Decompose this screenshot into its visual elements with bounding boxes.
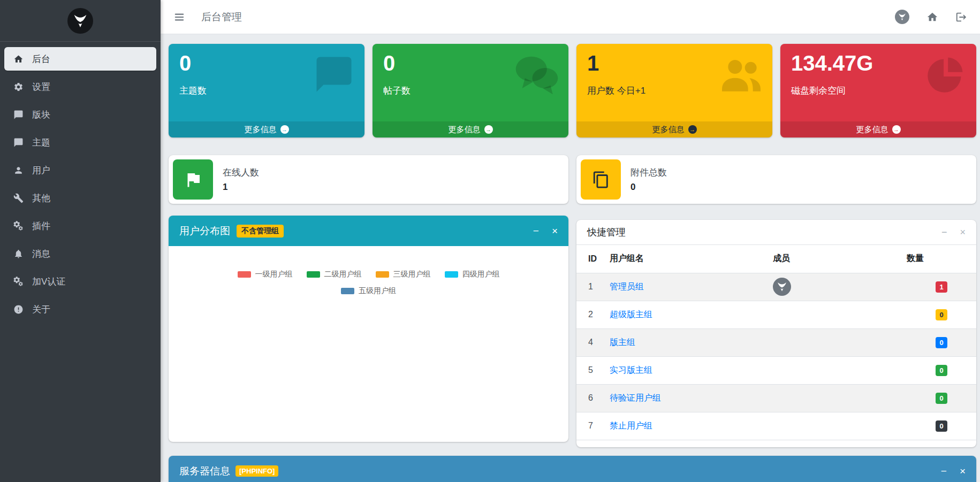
sidebar-item-plugins[interactable]: 插件 bbox=[4, 214, 156, 238]
sidebar-item-label: 插件 bbox=[32, 220, 50, 232]
sidebar-item-label: 其他 bbox=[32, 192, 50, 204]
topbar: 后台管理 bbox=[161, 0, 980, 34]
column-header-count: 数量 bbox=[907, 245, 976, 273]
menu-toggle-button[interactable] bbox=[173, 11, 185, 23]
count-badge: 1 bbox=[936, 281, 947, 293]
column-header-name: 用户组名 bbox=[610, 245, 773, 273]
group-link[interactable]: 实习版主组 bbox=[610, 365, 652, 374]
more-info-link[interactable]: 更多信息 → bbox=[169, 121, 364, 137]
table-row: 4 版主组 0 bbox=[576, 328, 976, 356]
arrow-circle-right-icon: → bbox=[280, 125, 289, 134]
member-avatar[interactable] bbox=[773, 278, 791, 296]
sidebar-item-settings[interactable]: 设置 bbox=[4, 75, 156, 98]
legend-item[interactable]: 三级用户组 bbox=[376, 270, 431, 279]
legend-item[interactable]: 一级用户组 bbox=[238, 270, 293, 279]
chart-legend-row-2: 五级用户组 bbox=[169, 286, 568, 296]
table-header-row: ID 用户组名 成员 数量 bbox=[576, 245, 976, 273]
phpinfo-link[interactable]: [PHPINFO] bbox=[235, 465, 278, 477]
stat-box-disk: 134.47G 磁盘剩余空间 更多信息 → bbox=[780, 44, 976, 137]
group-link[interactable]: 禁止用户组 bbox=[610, 421, 652, 430]
main-area: 后台管理 0 主题数 更多信息 → 0 bbox=[161, 0, 980, 482]
flag-icon bbox=[173, 159, 213, 200]
group-id: 4 bbox=[576, 328, 610, 356]
group-link[interactable]: 超级版主组 bbox=[610, 310, 652, 319]
brand bbox=[0, 0, 161, 42]
user-avatar[interactable] bbox=[895, 10, 909, 24]
fox-logo-icon bbox=[67, 8, 93, 34]
more-info-link[interactable]: 更多信息 → bbox=[780, 121, 976, 137]
stat-value: 0 bbox=[383, 50, 558, 76]
panel-header: 快捷管理 − × bbox=[576, 220, 976, 245]
sidebar-item-messages[interactable]: 消息 bbox=[4, 242, 156, 265]
stat-label: 用户数 今日+1 bbox=[587, 85, 762, 97]
table-row: 2 超级版主组 0 bbox=[576, 301, 976, 328]
legend-item[interactable]: 四级用户组 bbox=[445, 270, 500, 279]
info-label: 在线人数 bbox=[223, 166, 259, 179]
panel-title: 服务器信息 bbox=[179, 464, 230, 478]
sidebar-item-about[interactable]: 关于 bbox=[4, 297, 156, 321]
comment-icon bbox=[12, 137, 25, 148]
group-link[interactable]: 管理员组 bbox=[610, 282, 644, 291]
user-distribution-panel: 用户分布图 不含管理组 − × 一级用户组 bbox=[169, 216, 568, 442]
minimize-icon[interactable]: − bbox=[533, 226, 539, 236]
stat-box-threads: 0 主题数 更多信息 → bbox=[169, 44, 364, 137]
stat-box-users: 1 用户数 今日+1 更多信息 → bbox=[576, 44, 772, 137]
stat-label: 帖子数 bbox=[383, 85, 558, 97]
legend-swatch bbox=[341, 288, 354, 294]
more-info-link[interactable]: 更多信息 → bbox=[373, 121, 568, 137]
sidebar-item-label: 设置 bbox=[32, 81, 50, 93]
panel-title: 快捷管理 bbox=[587, 226, 626, 239]
user-groups-table: ID 用户组名 成员 数量 1 管理员组 1 bbox=[576, 245, 976, 440]
topbar-actions bbox=[895, 10, 967, 24]
bell-icon bbox=[12, 249, 25, 259]
legend-swatch bbox=[445, 271, 458, 278]
group-link[interactable]: 版主组 bbox=[610, 338, 635, 347]
more-info-link[interactable]: 更多信息 → bbox=[576, 121, 772, 137]
panels-row: 用户分布图 不含管理组 − × 一级用户组 bbox=[169, 216, 976, 447]
sidebar-item-forums[interactable]: 版块 bbox=[4, 103, 156, 126]
sidebar-item-verify[interactable]: 加V认证 bbox=[4, 270, 156, 293]
minimize-icon[interactable]: − bbox=[941, 227, 947, 237]
sidebar-item-other[interactable]: 其他 bbox=[4, 186, 156, 210]
exclamation-circle-icon bbox=[12, 304, 25, 315]
stat-label: 磁盘剩余空间 bbox=[791, 85, 966, 97]
table-row: 5 实习版主组 0 bbox=[576, 356, 976, 384]
minimize-icon[interactable]: − bbox=[941, 466, 947, 476]
column-header-member: 成员 bbox=[773, 245, 907, 273]
info-value: 0 bbox=[630, 182, 667, 193]
group-id: 2 bbox=[576, 301, 610, 328]
sidebar-item-label: 加V认证 bbox=[32, 276, 65, 288]
user-icon bbox=[12, 165, 25, 175]
stat-value: 1 bbox=[587, 50, 762, 76]
page-title: 后台管理 bbox=[201, 10, 242, 24]
panel-header: 服务器信息 [PHPINFO] − × bbox=[169, 456, 976, 482]
info-box-attachments: 附件总数 0 bbox=[576, 155, 976, 204]
info-value: 1 bbox=[223, 182, 259, 193]
sign-out-icon[interactable] bbox=[955, 11, 967, 23]
sidebar-item-users[interactable]: 用户 bbox=[4, 158, 156, 182]
info-label: 附件总数 bbox=[630, 166, 667, 179]
group-link[interactable]: 待验证用户组 bbox=[610, 393, 661, 402]
sidebar-item-dashboard[interactable]: 后台 bbox=[4, 47, 156, 71]
table-row: 6 待验证用户组 0 bbox=[576, 384, 976, 412]
sidebar-item-label: 用户 bbox=[32, 164, 50, 177]
table-row: 1 管理员组 1 bbox=[576, 273, 976, 301]
table-row: 7 禁止用户组 0 bbox=[576, 412, 976, 440]
arrow-circle-right-icon: → bbox=[688, 125, 697, 134]
home-icon[interactable] bbox=[926, 11, 938, 23]
sidebar-item-threads[interactable]: 主题 bbox=[4, 131, 156, 154]
close-icon[interactable]: × bbox=[960, 227, 966, 237]
stat-value: 134.47G bbox=[791, 50, 966, 76]
count-badge: 0 bbox=[936, 365, 947, 376]
group-id: 5 bbox=[576, 356, 610, 384]
close-icon[interactable]: × bbox=[552, 226, 558, 236]
sidebar: 后台 设置 版块 主题 用户 其他 插件 消息 bbox=[0, 0, 161, 482]
panel-badge: 不含管理组 bbox=[237, 225, 284, 238]
cogs-icon bbox=[12, 277, 25, 287]
legend-item[interactable]: 二级用户组 bbox=[307, 270, 362, 279]
stat-box-posts: 0 帖子数 更多信息 → bbox=[373, 44, 568, 137]
legend-item[interactable]: 五级用户组 bbox=[341, 286, 396, 296]
cogs-icon bbox=[12, 221, 25, 231]
arrow-circle-right-icon: → bbox=[892, 125, 901, 134]
close-icon[interactable]: × bbox=[960, 466, 966, 476]
